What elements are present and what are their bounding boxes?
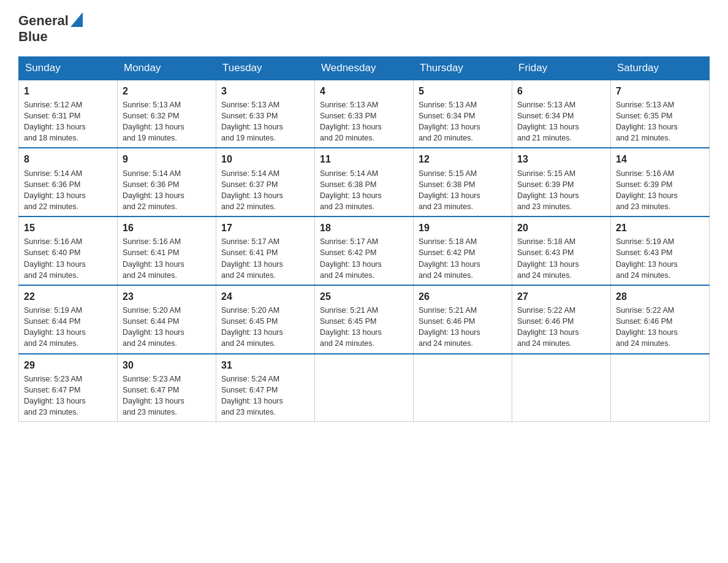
day-info: Sunrise: 5:14 AMSunset: 6:38 PMDaylight:… bbox=[320, 169, 382, 211]
logo-triangle-icon bbox=[70, 12, 83, 27]
calendar-day-cell bbox=[414, 354, 512, 422]
calendar-day-cell: 30 Sunrise: 5:23 AMSunset: 6:47 PMDaylig… bbox=[118, 354, 216, 422]
calendar-week-row: 22 Sunrise: 5:19 AMSunset: 6:44 PMDaylig… bbox=[19, 285, 710, 354]
day-info: Sunrise: 5:16 AMSunset: 6:40 PMDaylight:… bbox=[24, 237, 86, 279]
calendar-day-cell: 2 Sunrise: 5:13 AMSunset: 6:32 PMDayligh… bbox=[118, 80, 216, 148]
day-number: 16 bbox=[123, 221, 211, 235]
day-info: Sunrise: 5:23 AMSunset: 6:47 PMDaylight:… bbox=[24, 375, 86, 416]
day-number: 25 bbox=[320, 289, 408, 304]
calendar-day-cell: 8 Sunrise: 5:14 AMSunset: 6:36 PMDayligh… bbox=[19, 148, 118, 216]
day-number: 17 bbox=[221, 221, 309, 235]
day-info: Sunrise: 5:18 AMSunset: 6:43 PMDaylight:… bbox=[517, 237, 579, 279]
day-number: 19 bbox=[419, 221, 507, 235]
day-number: 22 bbox=[24, 289, 112, 304]
day-number: 14 bbox=[616, 152, 704, 166]
day-info: Sunrise: 5:19 AMSunset: 6:44 PMDaylight:… bbox=[24, 306, 86, 348]
day-info: Sunrise: 5:24 AMSunset: 6:47 PMDaylight:… bbox=[221, 375, 283, 416]
logo: General Blue bbox=[18, 12, 83, 44]
calendar-week-row: 1 Sunrise: 5:12 AMSunset: 6:31 PMDayligh… bbox=[19, 80, 710, 148]
day-info: Sunrise: 5:13 AMSunset: 6:34 PMDaylight:… bbox=[517, 101, 579, 142]
day-number: 31 bbox=[221, 358, 309, 372]
day-info: Sunrise: 5:13 AMSunset: 6:33 PMDaylight:… bbox=[320, 101, 382, 142]
day-info: Sunrise: 5:22 AMSunset: 6:46 PMDaylight:… bbox=[517, 306, 579, 348]
day-info: Sunrise: 5:21 AMSunset: 6:46 PMDaylight:… bbox=[419, 306, 480, 348]
calendar-day-header: Friday bbox=[512, 56, 611, 80]
day-info: Sunrise: 5:12 AMSunset: 6:31 PMDaylight:… bbox=[24, 101, 86, 142]
day-number: 20 bbox=[517, 221, 605, 235]
calendar-day-cell: 5 Sunrise: 5:13 AMSunset: 6:34 PMDayligh… bbox=[414, 80, 512, 148]
day-info: Sunrise: 5:20 AMSunset: 6:45 PMDaylight:… bbox=[221, 306, 283, 348]
calendar-day-cell: 26 Sunrise: 5:21 AMSunset: 6:46 PMDaylig… bbox=[414, 285, 512, 354]
day-number: 21 bbox=[616, 221, 704, 235]
calendar-day-cell: 21 Sunrise: 5:19 AMSunset: 6:43 PMDaylig… bbox=[611, 216, 710, 285]
calendar-day-cell: 11 Sunrise: 5:14 AMSunset: 6:38 PMDaylig… bbox=[315, 148, 414, 216]
calendar-day-cell: 9 Sunrise: 5:14 AMSunset: 6:36 PMDayligh… bbox=[118, 148, 216, 216]
logo-general: General bbox=[18, 13, 69, 28]
day-number: 10 bbox=[221, 152, 309, 166]
day-number: 4 bbox=[320, 84, 408, 98]
calendar-day-cell: 6 Sunrise: 5:13 AMSunset: 6:34 PMDayligh… bbox=[512, 80, 611, 148]
day-number: 5 bbox=[419, 84, 507, 98]
day-number: 28 bbox=[616, 289, 704, 304]
day-number: 8 bbox=[24, 152, 112, 166]
calendar-day-cell bbox=[512, 354, 611, 422]
day-number: 1 bbox=[24, 84, 112, 98]
calendar-day-header: Monday bbox=[118, 56, 216, 80]
day-info: Sunrise: 5:13 AMSunset: 6:34 PMDaylight:… bbox=[419, 101, 480, 142]
calendar-day-cell: 13 Sunrise: 5:15 AMSunset: 6:39 PMDaylig… bbox=[512, 148, 611, 216]
calendar-day-cell: 3 Sunrise: 5:13 AMSunset: 6:33 PMDayligh… bbox=[216, 80, 315, 148]
day-number: 13 bbox=[517, 152, 605, 166]
calendar-day-cell: 29 Sunrise: 5:23 AMSunset: 6:47 PMDaylig… bbox=[19, 354, 118, 422]
calendar-day-cell: 25 Sunrise: 5:21 AMSunset: 6:45 PMDaylig… bbox=[315, 285, 414, 354]
day-number: 11 bbox=[320, 152, 408, 166]
day-info: Sunrise: 5:17 AMSunset: 6:42 PMDaylight:… bbox=[320, 237, 382, 279]
calendar-day-cell: 15 Sunrise: 5:16 AMSunset: 6:40 PMDaylig… bbox=[19, 216, 118, 285]
day-info: Sunrise: 5:16 AMSunset: 6:39 PMDaylight:… bbox=[616, 169, 678, 211]
calendar-day-cell: 23 Sunrise: 5:20 AMSunset: 6:44 PMDaylig… bbox=[118, 285, 216, 354]
day-number: 24 bbox=[221, 289, 309, 304]
day-number: 30 bbox=[123, 358, 211, 372]
day-info: Sunrise: 5:13 AMSunset: 6:33 PMDaylight:… bbox=[221, 101, 283, 142]
calendar-day-cell: 27 Sunrise: 5:22 AMSunset: 6:46 PMDaylig… bbox=[512, 285, 611, 354]
day-info: Sunrise: 5:18 AMSunset: 6:42 PMDaylight:… bbox=[419, 237, 480, 279]
day-info: Sunrise: 5:20 AMSunset: 6:44 PMDaylight:… bbox=[123, 306, 184, 348]
calendar-day-cell bbox=[315, 354, 414, 422]
day-info: Sunrise: 5:13 AMSunset: 6:32 PMDaylight:… bbox=[123, 101, 184, 142]
day-info: Sunrise: 5:17 AMSunset: 6:41 PMDaylight:… bbox=[221, 237, 283, 279]
calendar-day-cell: 1 Sunrise: 5:12 AMSunset: 6:31 PMDayligh… bbox=[19, 80, 118, 148]
calendar-day-cell: 31 Sunrise: 5:24 AMSunset: 6:47 PMDaylig… bbox=[216, 354, 315, 422]
calendar-day-header: Saturday bbox=[611, 56, 710, 80]
calendar-day-cell: 24 Sunrise: 5:20 AMSunset: 6:45 PMDaylig… bbox=[216, 285, 315, 354]
day-info: Sunrise: 5:21 AMSunset: 6:45 PMDaylight:… bbox=[320, 306, 382, 348]
calendar-day-cell: 28 Sunrise: 5:22 AMSunset: 6:46 PMDaylig… bbox=[611, 285, 710, 354]
calendar-day-cell: 17 Sunrise: 5:17 AMSunset: 6:41 PMDaylig… bbox=[216, 216, 315, 285]
calendar-day-header: Tuesday bbox=[216, 56, 315, 80]
day-number: 9 bbox=[123, 152, 211, 166]
calendar-table: SundayMondayTuesdayWednesdayThursdayFrid… bbox=[18, 56, 710, 422]
calendar-week-row: 8 Sunrise: 5:14 AMSunset: 6:36 PMDayligh… bbox=[19, 148, 710, 216]
calendar-day-cell bbox=[611, 354, 710, 422]
svg-marker-0 bbox=[70, 12, 83, 27]
day-info: Sunrise: 5:16 AMSunset: 6:41 PMDaylight:… bbox=[123, 237, 184, 279]
day-number: 3 bbox=[221, 84, 309, 98]
calendar-day-cell: 22 Sunrise: 5:19 AMSunset: 6:44 PMDaylig… bbox=[19, 285, 118, 354]
day-info: Sunrise: 5:22 AMSunset: 6:46 PMDaylight:… bbox=[616, 306, 678, 348]
day-number: 26 bbox=[419, 289, 507, 304]
day-number: 27 bbox=[517, 289, 605, 304]
day-number: 18 bbox=[320, 221, 408, 235]
calendar-day-header: Thursday bbox=[414, 56, 512, 80]
calendar-day-cell: 12 Sunrise: 5:15 AMSunset: 6:38 PMDaylig… bbox=[414, 148, 512, 216]
calendar-day-cell: 7 Sunrise: 5:13 AMSunset: 6:35 PMDayligh… bbox=[611, 80, 710, 148]
page-header: General Blue bbox=[18, 12, 710, 44]
calendar-day-cell: 20 Sunrise: 5:18 AMSunset: 6:43 PMDaylig… bbox=[512, 216, 611, 285]
day-number: 29 bbox=[24, 358, 112, 372]
calendar-header-row: SundayMondayTuesdayWednesdayThursdayFrid… bbox=[19, 56, 710, 80]
day-info: Sunrise: 5:13 AMSunset: 6:35 PMDaylight:… bbox=[616, 101, 678, 142]
calendar-day-cell: 4 Sunrise: 5:13 AMSunset: 6:33 PMDayligh… bbox=[315, 80, 414, 148]
day-info: Sunrise: 5:23 AMSunset: 6:47 PMDaylight:… bbox=[123, 375, 184, 416]
logo-blue: Blue bbox=[18, 29, 83, 44]
calendar-week-row: 15 Sunrise: 5:16 AMSunset: 6:40 PMDaylig… bbox=[19, 216, 710, 285]
day-number: 7 bbox=[616, 84, 704, 98]
calendar-day-cell: 16 Sunrise: 5:16 AMSunset: 6:41 PMDaylig… bbox=[118, 216, 216, 285]
day-number: 23 bbox=[123, 289, 211, 304]
